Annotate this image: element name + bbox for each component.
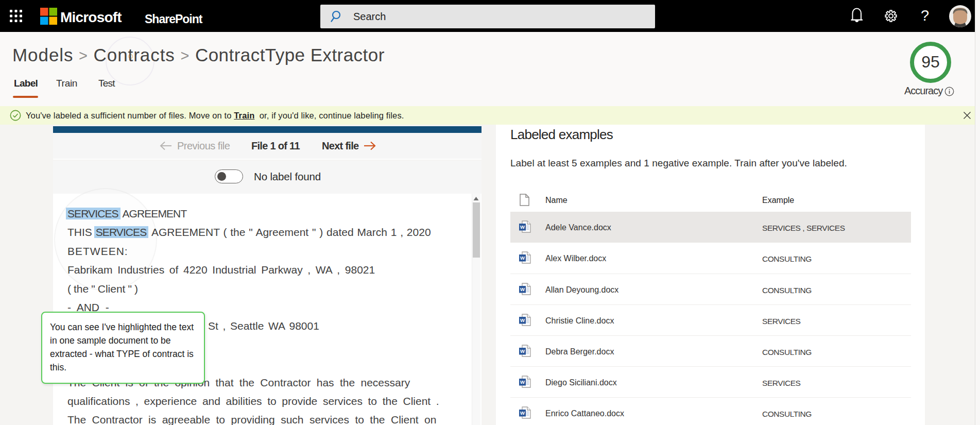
svg-text:W: W bbox=[520, 348, 525, 354]
svg-text:W: W bbox=[520, 224, 525, 230]
svg-text:W: W bbox=[520, 255, 525, 261]
svg-text:W: W bbox=[520, 379, 525, 385]
svg-text:?: ? bbox=[921, 7, 929, 24]
svg-text:W: W bbox=[520, 410, 525, 416]
svg-text:W: W bbox=[520, 286, 525, 292]
svg-text:W: W bbox=[520, 317, 525, 323]
